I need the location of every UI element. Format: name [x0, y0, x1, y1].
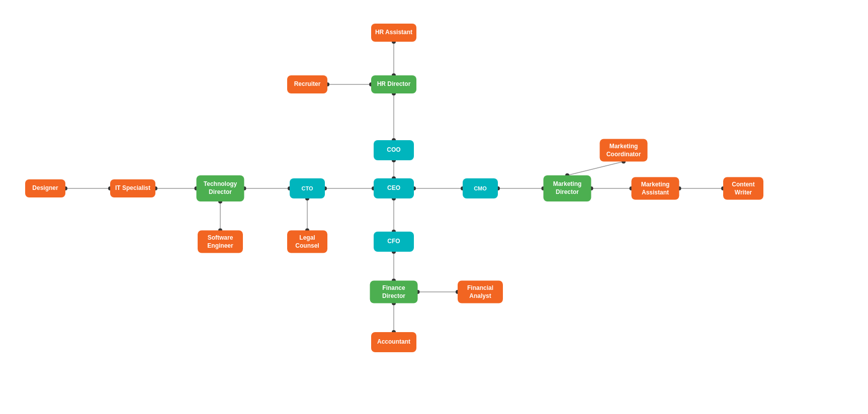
node-finance-director[interactable]: Finance Director	[370, 281, 418, 303]
connections-svg	[0, 0, 868, 414]
node-hr-assistant[interactable]: HR Assistant	[371, 24, 416, 42]
node-hr-director[interactable]: HR Director	[371, 75, 416, 93]
node-content-writer[interactable]: Content Writer	[723, 177, 763, 200]
node-software-engineer[interactable]: Software Engineer	[198, 231, 243, 253]
org-chart: HR AssistantRecruiterHR DirectorCOOCEOCT…	[0, 0, 868, 414]
node-recruiter[interactable]: Recruiter	[287, 75, 327, 93]
node-ceo[interactable]: CEO	[374, 178, 414, 198]
node-cto[interactable]: CTO	[290, 178, 325, 198]
node-marketing-director[interactable]: Marketing Director	[544, 175, 591, 201]
node-it-specialist[interactable]: IT Specialist	[110, 179, 155, 197]
node-technology-director[interactable]: Technology Director	[197, 175, 244, 201]
node-financial-analyst[interactable]: Financial Analyst	[458, 281, 503, 303]
node-legal-counsel[interactable]: Legal Counsel	[287, 231, 327, 253]
node-marketing-assistant[interactable]: Marketing Assistant	[632, 177, 679, 200]
node-designer[interactable]: Designer	[25, 179, 65, 197]
node-marketing-coordinator[interactable]: Marketing Coordinator	[600, 139, 648, 162]
node-accountant[interactable]: Accountant	[371, 332, 416, 352]
node-coo[interactable]: COO	[374, 140, 414, 160]
node-cmo[interactable]: CMO	[463, 178, 498, 198]
node-cfo[interactable]: CFO	[374, 232, 414, 252]
svg-line-48	[567, 162, 624, 176]
